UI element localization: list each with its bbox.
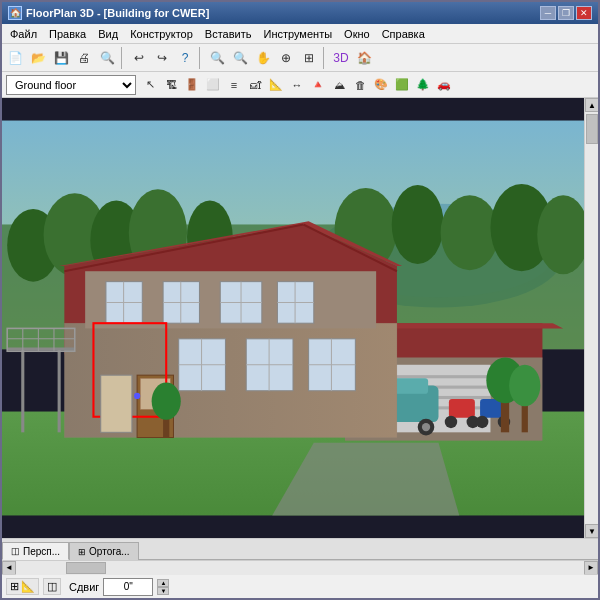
material-tool[interactable]: 🟩 [392,75,412,95]
floor-selector[interactable]: Ground floor First floor Second floor [6,75,136,95]
main-window: 🏠 FloorPlan 3D - [Building for CWER] ─ ❐… [0,0,600,600]
status-icon-2: 📐 [21,580,35,593]
perspective-status-icon: ◫ [47,580,57,593]
shift-spinner[interactable]: ▲ ▼ [157,579,169,595]
redo-button[interactable]: ↪ [151,47,173,69]
horizontal-scrollbar[interactable]: ◄ ► [2,560,598,574]
main-toolbar: 📄 📂 💾 🖨 🔍 ↩ ↪ ? 🔍 🔍 ✋ ⊕ ⊞ 3D 🏠 [2,44,598,72]
terrain-tool[interactable]: ⛰ [329,75,349,95]
restore-button[interactable]: ❐ [558,6,574,20]
dimension-tool[interactable]: ↔ [287,75,307,95]
canvas-area[interactable] [2,98,584,538]
zoom-out-button[interactable]: 🔍 [229,47,251,69]
shift-up-button[interactable]: ▲ [157,579,169,587]
svg-point-10 [392,185,444,264]
tree-tool[interactable]: 🌲 [413,75,433,95]
menu-window[interactable]: Окно [338,27,376,41]
shift-down-button[interactable]: ▼ [157,587,169,595]
scroll-right-button[interactable]: ► [584,561,598,575]
menu-construct[interactable]: Конструктор [124,27,199,41]
paint-tool[interactable]: 🎨 [371,75,391,95]
delete-tool[interactable]: 🗑 [350,75,370,95]
svg-point-11 [441,195,499,270]
menu-tools[interactable]: Инструменты [257,27,338,41]
pan-button[interactable]: ✋ [252,47,274,69]
scroll-left-button[interactable]: ◄ [2,561,16,575]
toolbar-sep-2 [199,47,203,69]
stairs-tool[interactable]: ≡ [224,75,244,95]
status-icons: ⊞ 📐 [6,578,39,595]
preview-button[interactable]: 🔍 [96,47,118,69]
h-scroll-track[interactable] [16,561,584,575]
svg-rect-68 [101,375,132,432]
close-button[interactable]: ✕ [576,6,592,20]
vertical-scrollbar[interactable]: ▲ ▼ [584,98,598,538]
room-tool[interactable]: 📐 [266,75,286,95]
menu-help[interactable]: Справка [376,27,431,41]
status-icon-1: ⊞ [10,580,19,593]
door-tool[interactable]: 🚪 [182,75,202,95]
title-bar-left: 🏠 FloorPlan 3D - [Building for CWER] [8,6,209,20]
svg-rect-30 [449,399,475,418]
main-area: ▲ ▼ [2,98,598,538]
scroll-track[interactable] [585,112,598,524]
tab-orthographic[interactable]: ⊞ Ортога... [69,542,138,560]
tab-perspective[interactable]: ◫ Персп... [2,542,69,560]
zoom-in-button[interactable]: 🔍 [206,47,228,69]
fit-button[interactable]: ⊕ [275,47,297,69]
shift-input[interactable] [103,578,153,596]
app-icon: 🏠 [8,6,22,20]
shift-label: Сдвиг [69,581,99,593]
status-bar: ⊞ 📐 ◫ Сдвиг ▲ ▼ [2,574,598,598]
car-tool[interactable]: 🚗 [434,75,454,95]
select-tool[interactable]: ↖ [140,75,160,95]
menu-view[interactable]: Вид [92,27,124,41]
scroll-up-button[interactable]: ▲ [585,98,598,112]
3d-view-button[interactable]: 3D [330,47,352,69]
tab-orthographic-label: Ортога... [89,546,129,557]
svg-point-82 [152,382,181,419]
status-icon-group-2: ◫ [43,578,61,595]
h-scroll-thumb[interactable] [66,562,106,574]
print-button[interactable]: 🖨 [73,47,95,69]
help-button[interactable]: ? [174,47,196,69]
title-bar: 🏠 FloorPlan 3D - [Building for CWER] ─ ❐… [2,2,598,24]
minimize-button[interactable]: ─ [540,6,556,20]
svg-point-29 [422,423,430,431]
title-controls: ─ ❐ ✕ [540,6,592,20]
svg-point-80 [509,365,540,407]
menu-edit[interactable]: Правка [43,27,92,41]
orthographic-icon: ⊞ [78,547,86,557]
zoom-area-button[interactable]: ⊞ [298,47,320,69]
save-button[interactable]: 💾 [50,47,72,69]
render-button[interactable]: 🏠 [353,47,375,69]
svg-point-83 [134,393,140,399]
scroll-down-button[interactable]: ▼ [585,524,598,538]
scroll-thumb[interactable] [586,114,598,144]
svg-point-31 [445,416,457,428]
furniture-tool[interactable]: 🛋 [245,75,265,95]
toolbar-sep-3 [323,47,327,69]
new-button[interactable]: 📄 [4,47,26,69]
window-tool[interactable]: ⬜ [203,75,223,95]
tab-perspective-label: Персп... [23,546,60,557]
svg-rect-20 [387,375,491,378]
floor-toolbar: Ground floor First floor Second floor ↖ … [2,72,598,98]
menu-bar: Файл Правка Вид Конструктор Вставить Инс… [2,24,598,44]
menu-insert[interactable]: Вставить [199,27,258,41]
scene-svg [2,98,584,538]
wall-tool[interactable]: 🏗 [161,75,181,95]
floor-toolbar-icons: ↖ 🏗 🚪 ⬜ ≡ 🛋 📐 ↔ 🔺 ⛰ 🗑 🎨 🟩 🌲 🚗 [140,75,594,95]
bottom-tabs: ◫ Персп... ⊞ Ортога... [2,538,598,560]
window-title: FloorPlan 3D - [Building for CWER] [26,7,209,19]
svg-point-34 [476,416,488,428]
perspective-icon: ◫ [11,546,20,556]
roof-tool[interactable]: 🔺 [308,75,328,95]
menu-file[interactable]: Файл [4,27,43,41]
undo-button[interactable]: ↩ [128,47,150,69]
toolbar-sep-1 [121,47,125,69]
open-button[interactable]: 📂 [27,47,49,69]
